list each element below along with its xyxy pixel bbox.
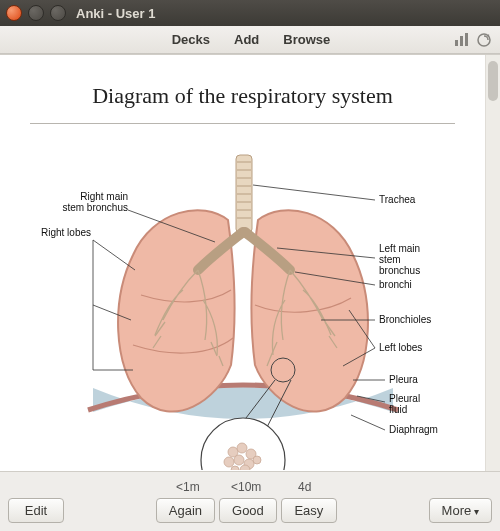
stats-icon[interactable]	[454, 33, 470, 47]
maximize-icon[interactable]	[50, 5, 66, 21]
svg-point-19	[234, 455, 244, 465]
card-divider	[30, 123, 455, 124]
card-viewport: Diagram of the respiratory system	[0, 54, 500, 472]
menu-browse[interactable]: Browse	[273, 30, 340, 49]
svg-line-25	[93, 240, 135, 270]
interval-easy: 4d	[298, 480, 311, 494]
label-left-lobes: Left lobes	[379, 342, 422, 353]
answer-button-row: Edit Again Good Easy More	[0, 494, 500, 531]
close-icon[interactable]	[6, 5, 22, 21]
again-button[interactable]: Again	[156, 498, 215, 523]
label-left-main-bronchus: Left mainstembronchus	[379, 243, 420, 276]
minimize-icon[interactable]	[28, 5, 44, 21]
label-diaphragm: Diaphragm	[389, 424, 438, 435]
right-lung-shape	[118, 210, 234, 411]
svg-point-16	[237, 443, 247, 453]
svg-rect-1	[460, 36, 463, 46]
window-title: Anki - User 1	[76, 6, 155, 21]
scrollbar-thumb[interactable]	[488, 61, 498, 101]
label-bronchioles: Bronchioles	[379, 314, 431, 325]
label-pleural-fluid: Pleuralfluid	[389, 393, 420, 415]
card-title: Diagram of the respiratory system	[30, 83, 455, 109]
titlebar: Anki - User 1	[0, 0, 500, 26]
svg-line-29	[253, 185, 375, 200]
interval-row: <1m <10m 4d	[0, 474, 500, 494]
label-pleura: Pleura	[389, 374, 418, 385]
label-right-main-bronchus: Right mainstem bronchus	[62, 191, 128, 213]
label-right-lobes: Right lobes	[40, 227, 90, 238]
label-bronchi: bronchi	[379, 279, 412, 290]
more-button[interactable]: More	[429, 498, 492, 523]
label-trachea: Trachea	[379, 194, 416, 205]
edit-button[interactable]: Edit	[8, 498, 64, 523]
diagram: Right mainstem bronchus Right lobes Trac…	[30, 140, 455, 470]
trachea-shape	[236, 155, 252, 233]
svg-line-37	[351, 415, 385, 430]
interval-good: <10m	[231, 480, 261, 494]
menu-decks[interactable]: Decks	[162, 30, 220, 49]
interval-again: <1m	[176, 480, 200, 494]
menu-add[interactable]: Add	[224, 30, 269, 49]
good-button[interactable]: Good	[219, 498, 277, 523]
svg-rect-2	[465, 33, 468, 46]
easy-button[interactable]: Easy	[281, 498, 337, 523]
sync-icon[interactable]	[476, 32, 492, 48]
svg-point-18	[224, 457, 234, 467]
svg-point-21	[253, 456, 261, 464]
scrollbar[interactable]	[485, 55, 500, 471]
menubar: Decks Add Browse	[0, 26, 500, 54]
svg-rect-0	[455, 40, 458, 46]
